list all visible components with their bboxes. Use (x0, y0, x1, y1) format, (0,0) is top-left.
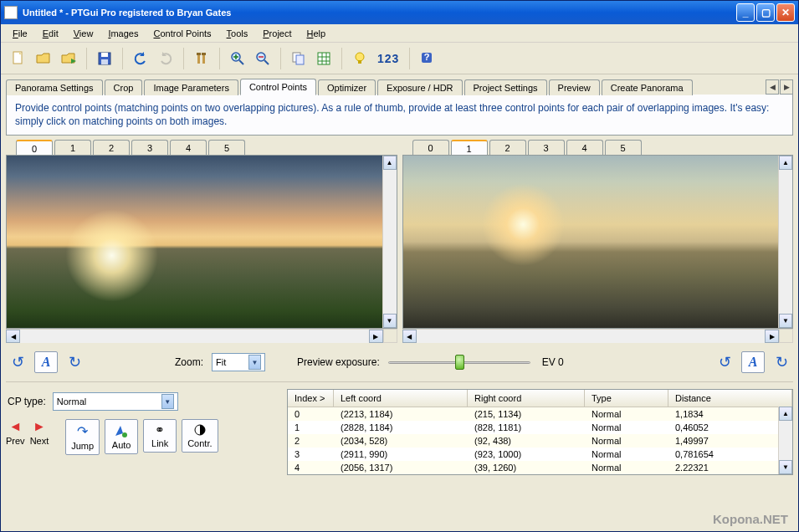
zoom-combo[interactable]: Fit ▼ (212, 353, 265, 371)
link-button[interactable]: ⚭ Link (143, 419, 177, 453)
svg-rect-7 (202, 53, 206, 55)
menu-help[interactable]: Help (300, 27, 333, 40)
undo-button[interactable] (130, 48, 151, 69)
left-tab-2[interactable]: 2 (93, 140, 130, 156)
tab-panorama-settings[interactable]: Panorama Settings (6, 79, 103, 95)
zoom-label: Zoom: (175, 356, 203, 368)
left-a-button[interactable]: A (34, 351, 58, 373)
right-image-view[interactable] (403, 156, 779, 328)
right-tab-2[interactable]: 2 (489, 140, 526, 156)
arrow-left-icon: ◄ (8, 419, 22, 434)
auto-button[interactable]: Auto (105, 419, 138, 454)
cp-type-value: Normal (57, 396, 86, 407)
zoom-out-button[interactable] (252, 48, 274, 69)
arrow-right-icon: ► (33, 419, 46, 434)
menu-file[interactable]: File (6, 27, 34, 40)
left-vertical-scrollbar[interactable]: ▲▼ (382, 156, 397, 328)
copy-button[interactable] (288, 48, 310, 69)
menu-images[interactable]: Images (101, 27, 145, 40)
help-button[interactable]: ? (417, 48, 438, 69)
open-recent-button[interactable] (58, 48, 79, 69)
tab-crop[interactable]: Crop (105, 79, 143, 95)
new-project-button[interactable] (8, 48, 29, 69)
chevron-down-icon: ▼ (161, 394, 174, 409)
left-rotate-cw-button[interactable]: ↻ (66, 354, 83, 371)
table-row[interactable]: 2(2034, 528)(92, 438)Normal1,49997 (288, 434, 792, 448)
left-image-view[interactable] (7, 156, 382, 328)
main-tabs: Panorama Settings Crop Image Parameters … (1, 74, 798, 95)
tab-optimizer[interactable]: Optimizer (318, 79, 376, 95)
right-tab-3[interactable]: 3 (528, 140, 565, 156)
slider-thumb-icon[interactable] (455, 355, 464, 370)
table-header-row: Index > Left coord Right coord Type Dist… (288, 390, 792, 407)
right-rotate-cw-button[interactable]: ↻ (773, 354, 790, 371)
left-tab-5[interactable]: 5 (208, 140, 245, 156)
menu-project[interactable]: Project (256, 27, 298, 40)
col-left-coord[interactable]: Left coord (334, 390, 468, 407)
window-titlebar: Untitled * - PTGui Pro registered to Bry… (1, 1, 798, 24)
svg-rect-2 (101, 53, 108, 57)
col-right-coord[interactable]: Right coord (468, 390, 585, 407)
table-row[interactable]: 3(2911, 990)(923, 1000)Normal0,781654 (288, 448, 792, 461)
tabs-scroll-right-button[interactable]: ▶ (780, 79, 793, 95)
preview-exposure-slider[interactable] (388, 354, 530, 371)
toolbar: 123 ? (1, 43, 798, 74)
table-row[interactable]: 1(2828, 1184)(828, 1181)Normal0,46052 (288, 421, 792, 434)
prev-button[interactable]: ◄ Prev (6, 419, 25, 446)
table-vertical-scrollbar[interactable]: ▲▼ (778, 407, 792, 474)
svg-rect-3 (101, 59, 108, 64)
window-minimize-button[interactable]: _ (736, 3, 755, 22)
menu-tools[interactable]: Tools (220, 27, 255, 40)
right-tab-0[interactable]: 0 (412, 140, 449, 156)
window-close-button[interactable]: ✕ (776, 3, 795, 22)
left-tab-0[interactable]: 0 (16, 140, 53, 156)
chevron-down-icon: ▼ (248, 355, 261, 370)
options-button[interactable] (191, 48, 213, 69)
jump-button[interactable]: ↷ Jump (65, 419, 100, 455)
svg-text:?: ? (424, 52, 430, 62)
grid-button[interactable] (313, 48, 335, 69)
tabs-scroll-left-button[interactable]: ◀ (766, 79, 779, 95)
menu-control-points[interactable]: Control Points (146, 27, 218, 40)
col-index[interactable]: Index > (288, 390, 334, 407)
save-button[interactable] (94, 48, 115, 69)
tab-control-points[interactable]: Control Points (240, 79, 316, 95)
svg-point-25 (122, 432, 127, 437)
right-a-button[interactable]: A (741, 351, 765, 373)
contrast-button[interactable]: Contr. (182, 419, 218, 453)
next-button[interactable]: ► Next (30, 419, 49, 446)
left-tab-1[interactable]: 1 (54, 140, 91, 156)
left-tab-3[interactable]: 3 (131, 140, 168, 156)
left-image-tabs: 0 1 2 3 4 5 (16, 139, 397, 155)
table-row[interactable]: 4(2056, 1317)(39, 1260)Normal2.22321 (288, 461, 792, 474)
cp-type-combo[interactable]: Normal ▼ (53, 392, 178, 411)
window-maximize-button[interactable]: ▢ (756, 3, 775, 22)
col-distance[interactable]: Distance (668, 390, 792, 407)
right-tab-4[interactable]: 4 (566, 140, 603, 156)
menu-view[interactable]: View (67, 27, 100, 40)
right-horizontal-scrollbar[interactable]: ◀▶ (402, 329, 780, 343)
left-tab-4[interactable]: 4 (170, 140, 207, 156)
hint-button[interactable] (349, 48, 371, 69)
right-tab-1[interactable]: 1 (451, 140, 488, 156)
contrast-icon (193, 423, 207, 437)
redo-button[interactable] (155, 48, 177, 69)
left-horizontal-scrollbar[interactable]: ◀▶ (6, 329, 383, 343)
col-type[interactable]: Type (585, 390, 668, 407)
tab-create-panorama[interactable]: Create Panorama (602, 79, 693, 95)
tab-image-parameters[interactable]: Image Parameters (144, 79, 238, 95)
tab-exposure-hdr[interactable]: Exposure / HDR (377, 79, 462, 95)
menubar: File Edit View Images Control Points Too… (1, 24, 798, 43)
left-rotate-ccw-button[interactable]: ↺ (9, 354, 26, 371)
tab-preview[interactable]: Preview (549, 79, 600, 95)
tab-project-settings[interactable]: Project Settings (464, 79, 547, 95)
right-rotate-ccw-button[interactable]: ↺ (716, 354, 733, 371)
table-row[interactable]: 0(2213, 1184)(215, 1134)Normal1,1834 (288, 407, 792, 421)
svg-line-13 (264, 60, 269, 64)
right-tab-5[interactable]: 5 (605, 140, 642, 156)
zoom-in-button[interactable] (227, 48, 248, 69)
open-button[interactable] (33, 48, 54, 69)
toolbar-numbers-button[interactable]: 123 (374, 52, 402, 65)
right-vertical-scrollbar[interactable]: ▲▼ (778, 156, 792, 328)
menu-edit[interactable]: Edit (36, 27, 65, 40)
